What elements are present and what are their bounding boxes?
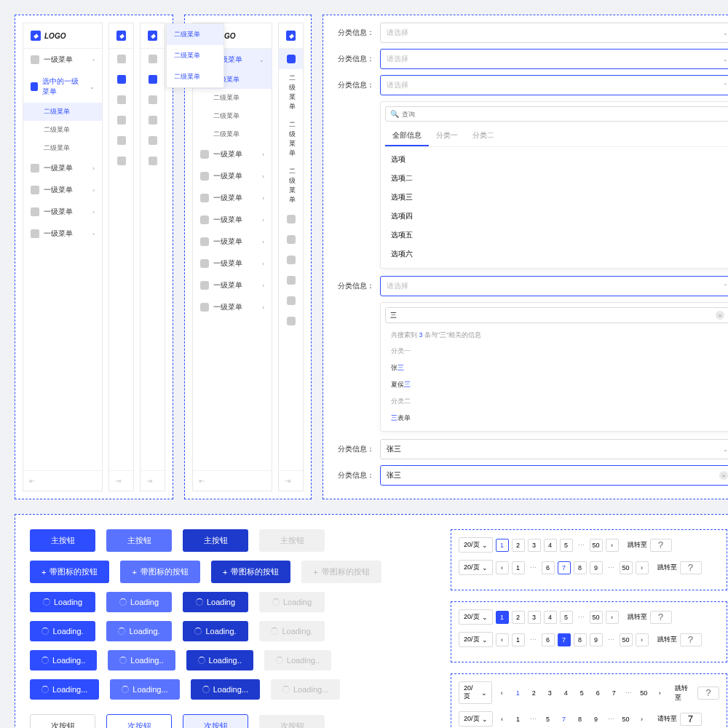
menu-icon-active[interactable] xyxy=(279,49,303,69)
sidebar-collapsed: ◆ ⇥ xyxy=(108,23,134,491)
tab-cat2[interactable]: 分类二 xyxy=(465,126,502,146)
select-hover[interactable]: 请选择⌄ xyxy=(380,49,728,69)
flyout-item[interactable]: 二级菜单 xyxy=(167,24,223,45)
select-filled-clear[interactable]: 张三× xyxy=(380,465,728,486)
primary-button-hover[interactable]: 主按钮 xyxy=(106,529,172,552)
sidebar-expanded: ◆LOGO 一级菜单› 选中的一级菜单⌄ 二级菜单 二级菜单 二级菜单 一级菜单… xyxy=(23,23,103,491)
primary-button[interactable]: 主按钮 xyxy=(30,529,95,552)
flyout-item[interactable]: 二级菜单 xyxy=(167,45,223,66)
clear-icon[interactable]: × xyxy=(719,471,728,480)
dropdown-panel: 🔍 全部信息 分类一 分类二 选项 选项二 选项三 选项四 选项五 选项六 xyxy=(380,101,728,269)
submenu-item-active[interactable]: 二级菜单 xyxy=(23,103,102,121)
secondary-button[interactable]: 次按钮 xyxy=(30,714,95,728)
menu-icon[interactable] xyxy=(109,130,133,151)
expand-icon[interactable]: ⇥ xyxy=(109,470,133,491)
collapse-icon[interactable]: ⇤ xyxy=(23,470,102,491)
page-next[interactable]: › xyxy=(606,539,619,552)
menu-item[interactable]: 一级菜单› xyxy=(23,157,102,179)
flyout-menu: 二级菜单 二级菜单 二级菜单 xyxy=(166,23,224,88)
select-default[interactable]: 请选择⌄ xyxy=(380,23,728,43)
menu-icon[interactable] xyxy=(109,90,133,110)
menu-icon[interactable] xyxy=(109,151,133,171)
primary-button-active[interactable]: 主按钮 xyxy=(183,529,248,552)
tab-cat1[interactable]: 分类一 xyxy=(429,126,465,146)
pagination-1: 20/页⌄ 1 2 3 4 5 ⋯ 50 › 跳转至 xyxy=(459,537,719,553)
clear-icon[interactable]: × xyxy=(716,311,724,320)
tab-all[interactable]: 全部信息 xyxy=(385,126,429,146)
menu-icon-active[interactable]: 二级菜单 二级菜单 二级菜单 xyxy=(141,69,165,90)
select-searching[interactable]: 请选择⌃ xyxy=(380,276,728,296)
per-page-select[interactable]: 20/页⌄ xyxy=(459,537,493,553)
submenu-item[interactable]: 二级菜单 xyxy=(23,121,102,139)
submenu-item[interactable]: 二级菜单 xyxy=(23,139,102,157)
menu-icon[interactable] xyxy=(109,49,133,69)
select-filled[interactable]: 张三⌄ xyxy=(380,439,728,459)
dropdown-search[interactable]: 🔍 xyxy=(385,106,728,122)
menu-item[interactable]: 一级菜单› xyxy=(23,201,102,223)
logo-icon: ◆ xyxy=(31,31,41,41)
menu-icon[interactable] xyxy=(109,110,133,130)
select-open[interactable]: 请选择⌃ xyxy=(380,75,728,95)
menu-item-selected[interactable]: 选中的一级菜单⌄ xyxy=(23,71,102,103)
loading-button[interactable]: Loading xyxy=(30,592,95,612)
menu-item[interactable]: 一级菜单› xyxy=(23,223,102,245)
primary-button-disabled: 主按钮 xyxy=(259,529,325,552)
search-icon: 🔍 xyxy=(390,110,399,118)
menu-item[interactable]: 一级菜单› xyxy=(23,179,102,201)
option[interactable]: 选项 xyxy=(385,150,728,169)
sidebar-long: ◆LOGO 一级菜单⌄ 二级菜单 二级菜单 二级菜单 二级菜单 一级菜单› 一级… xyxy=(192,23,272,491)
jump-input[interactable] xyxy=(650,539,672,552)
logo: ◆LOGO xyxy=(23,23,102,49)
icon-button[interactable]: + 带图标的按钮 xyxy=(30,561,109,583)
page-1[interactable]: 1 xyxy=(496,539,509,552)
sidebar-flyout: ◆ 二级菜单 二级菜单 二级菜单 ⇥ xyxy=(140,23,165,491)
menu-icon-active[interactable] xyxy=(109,69,133,90)
search-results: × 共搜索到 3 条与"三"相关的信息 分类一 张三 夏侯三 分类二 三表单 xyxy=(380,302,728,432)
flyout-item[interactable]: 二级菜单 xyxy=(167,66,223,87)
logo-icon: ◆ xyxy=(109,23,133,49)
menu-item[interactable]: 一级菜单› xyxy=(23,49,102,71)
